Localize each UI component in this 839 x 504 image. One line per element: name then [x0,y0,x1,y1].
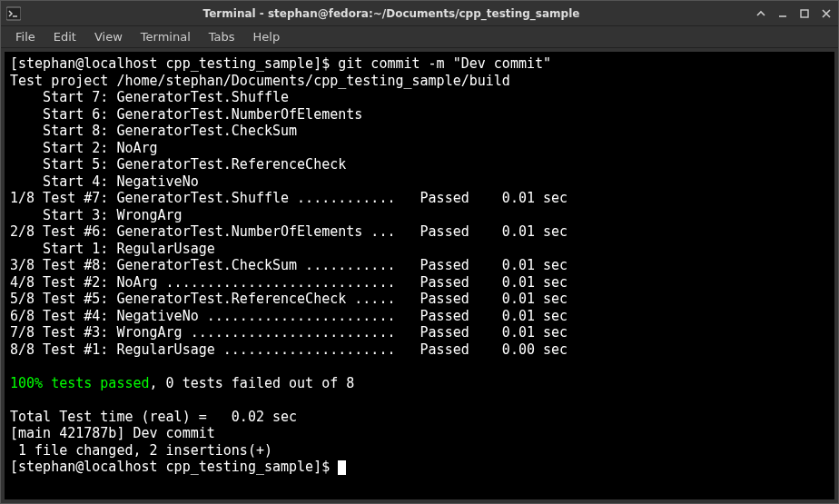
menu-tabs[interactable]: Tabs [202,28,242,45]
output-line: Start 6: GeneratorTest.NumberOfElements [10,106,362,123]
minimize-button[interactable] [776,7,789,20]
output-line: Total Test time (real) = 0.02 sec [10,409,297,425]
menu-view[interactable]: View [87,28,130,45]
output-line: 2/8 Test #6: GeneratorTest.NumberOfEleme… [10,223,568,240]
output-line: 4/8 Test #2: NoArg .....................… [10,274,568,291]
terminal-window: Terminal - stephan@fedora:~/Documents/cp… [0,0,839,504]
window-controls [755,7,833,20]
window-title: Terminal - stephan@fedora:~/Documents/cp… [28,7,755,20]
output-line: 1/8 Test #7: GeneratorTest.Shuffle .....… [10,190,568,206]
menu-edit[interactable]: Edit [46,28,84,45]
output-line: 7/8 Test #3: WrongArg ..................… [10,324,568,341]
menubar: File Edit View Terminal Tabs Help [1,26,838,48]
output-line: 1 file changed, 2 insertions(+) [10,442,272,459]
summary-line: 100% tests passed, 0 tests failed out of… [10,375,354,391]
close-button[interactable] [820,7,833,20]
output-line: Start 5: GeneratorTest.ReferenceCheck [10,156,346,173]
output-line: Start 8: GeneratorTest.CheckSum [10,123,297,139]
terminal-app-icon [6,6,21,21]
terminal-viewport[interactable]: [stephan@localhost cpp_testing_sample]$ … [1,48,838,503]
command-text: git commit -m "Dev commit" [338,55,551,72]
output-line: [main 421787b] Dev commit [10,425,215,441]
output-line: Start 2: NoArg [10,140,158,156]
menu-terminal[interactable]: Terminal [133,28,198,45]
menu-file[interactable]: File [8,28,43,45]
output-line: 5/8 Test #5: GeneratorTest.ReferenceChec… [10,291,568,307]
output-line: Start 7: GeneratorTest.Shuffle [10,89,289,105]
prompt: [stephan@localhost cpp_testing_sample]$ … [10,55,551,72]
terminal-cursor [338,460,346,475]
rollup-button[interactable] [755,7,767,20]
output-line: Start 1: RegularUsage [10,241,215,257]
prompt: [stephan@localhost cpp_testing_sample]$ [10,459,346,475]
svg-rect-0 [6,7,21,20]
output-line: Start 4: NegativeNo [10,173,199,190]
svg-rect-3 [801,10,808,17]
output-line: 8/8 Test #1: RegularUsage ..............… [10,341,568,358]
tests-passed-green: 100% tests passed [10,375,150,391]
output-line: 3/8 Test #8: GeneratorTest.CheckSum ....… [10,257,568,273]
output-line: Start 3: WrongArg [10,207,183,223]
output-line: Test project /home/stephan/Documents/cpp… [10,73,510,89]
titlebar: Terminal - stephan@fedora:~/Documents/cp… [1,1,838,26]
maximize-button[interactable] [798,7,811,20]
menu-help[interactable]: Help [246,28,288,45]
output-line: 6/8 Test #4: NegativeNo ................… [10,308,568,324]
